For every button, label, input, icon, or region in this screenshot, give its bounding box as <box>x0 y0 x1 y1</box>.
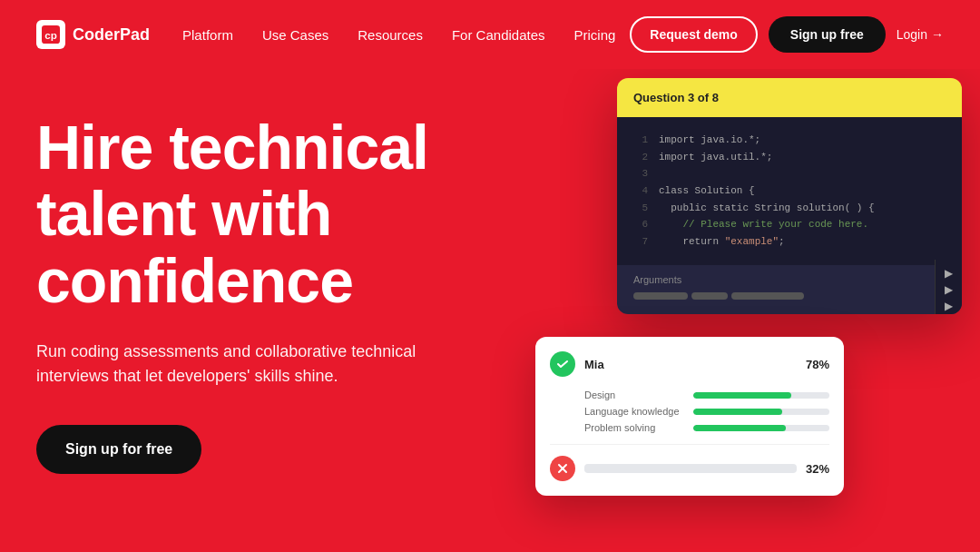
nav-actions: Request demo Sign up free Login → <box>630 16 944 53</box>
results-card: Mia 78% Design Language knowledge <box>535 337 844 496</box>
svg-text:cp: cp <box>44 29 57 41</box>
hero-mockup: Question 3 of 8 1 import java.io.*; 2 im… <box>563 78 980 550</box>
code-line-7: 7 return "example"; <box>633 233 946 251</box>
code-line-5: 5 public static String solution( ) { <box>633 200 946 217</box>
nav-for-candidates[interactable]: For Candidates <box>452 27 545 43</box>
code-nav-arrows: ▶ ▶ ▶ <box>935 260 962 314</box>
skill-design-label: Design <box>584 389 684 400</box>
hero-content: Hire technical talent with confidence Ru… <box>36 105 508 474</box>
candidate-2-row: 32% <box>550 456 829 481</box>
arrow-middle[interactable]: ▶ <box>945 283 953 296</box>
nav-platform[interactable]: Platform <box>182 27 233 43</box>
code-line-3: 3 <box>633 165 946 182</box>
arguments-label: Arguments <box>633 274 946 285</box>
skill-design-bar <box>693 392 791 399</box>
results-divider <box>550 444 829 445</box>
hero-cta-button[interactable]: Sign up for free <box>36 425 201 474</box>
hero-subtitle: Run coding assessments and collaborative… <box>36 340 426 389</box>
signup-button[interactable]: Sign up free <box>769 16 886 53</box>
candidate-mia-score: 78% <box>806 358 829 371</box>
nav-resources[interactable]: Resources <box>358 27 423 43</box>
login-button[interactable]: Login → <box>897 27 944 42</box>
code-card-header: Question 3 of 8 <box>617 78 962 117</box>
candidate-mia-name: Mia <box>584 358 797 371</box>
skill-language: Language knowledge <box>584 406 829 417</box>
skill-language-label: Language knowledge <box>584 406 684 417</box>
hero-section: Hire technical talent with confidence Ru… <box>0 69 980 552</box>
skill-problem-bar <box>693 425 786 431</box>
candidate-2-avatar <box>550 456 575 481</box>
logo[interactable]: cp CoderPad <box>36 20 150 49</box>
nav-pricing[interactable]: Pricing <box>574 27 616 43</box>
nav-links: Platform Use Cases Resources For Candida… <box>182 27 630 43</box>
nav-use-cases[interactable]: Use Cases <box>262 27 328 43</box>
code-editor-card: Question 3 of 8 1 import java.io.*; 2 im… <box>617 78 962 314</box>
skill-language-bar <box>693 409 782 415</box>
code-line-4: 4 class Solution { <box>633 182 946 200</box>
arrow-down[interactable]: ▶ <box>945 300 953 312</box>
candidate-2-skeleton <box>584 464 797 473</box>
request-demo-button[interactable]: Request demo <box>630 16 757 53</box>
brand-name: CoderPad <box>73 25 150 44</box>
candidate-mia-row: Mia 78% <box>550 351 829 377</box>
skill-design: Design <box>584 389 829 400</box>
hero-title: Hire technical talent with confidence <box>36 114 508 314</box>
code-line-6: 6 // Please write your code here. <box>633 216 946 233</box>
logo-icon: cp <box>36 20 65 49</box>
argument-bars <box>633 292 946 300</box>
arrow-up[interactable]: ▶ <box>945 267 953 280</box>
candidate-mia-avatar <box>550 351 575 377</box>
candidate-2-score: 32% <box>806 462 829 476</box>
code-card-body: 1 import java.io.*; 2 import java.util.*… <box>617 117 962 265</box>
skill-problem-label: Problem solving <box>584 422 684 433</box>
navbar: cp CoderPad Platform Use Cases Resources… <box>0 0 980 69</box>
code-card-arguments: Arguments <box>617 265 962 314</box>
skill-problem: Problem solving <box>584 422 829 433</box>
code-line-1: 1 import java.io.*; <box>633 132 946 149</box>
skill-rows: Design Language knowledge Problem solvin… <box>550 389 829 433</box>
code-line-2: 2 import java.util.*; <box>633 149 946 166</box>
